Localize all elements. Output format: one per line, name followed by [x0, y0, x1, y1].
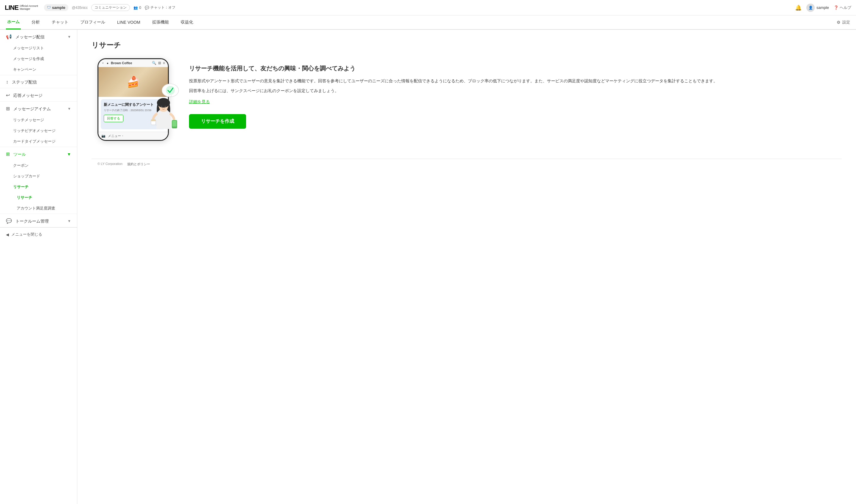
- svg-rect-11: [151, 120, 156, 121]
- close-menu-label: メニューを閉じる: [11, 232, 42, 237]
- sidebar-message-items-header[interactable]: ⊞ メッセージアイテム ▼: [0, 102, 77, 115]
- feature-body-1: 投票形式やアンケート形式でユーザーの意見を集計できる機能です。回答を参考にしてユ…: [189, 77, 842, 85]
- sidebar: 📢 メッセージ配信 ▼ メッセージリスト メッセージを作成 キャンペーン ↕ ス…: [0, 30, 77, 504]
- settings-nav[interactable]: ⚙ 設定: [837, 20, 850, 25]
- user-name: sample: [817, 5, 829, 10]
- feature-description: リサーチ機能を活用して、友だちの興味・関心を調べてみよう 投票形式やアンケート形…: [189, 58, 842, 129]
- copyright: © LY Corporation: [97, 162, 122, 166]
- sidebar-section-message-delivery: 📢 メッセージ配信 ▼ メッセージリスト メッセージを作成 キャンペーン: [0, 30, 77, 75]
- sidebar-section-tools: ⊞ ツール ▼ クーポン ショップカード リサーチ リサーチ アカウント満足度調…: [0, 147, 77, 214]
- nav-profile[interactable]: プロフィール: [79, 15, 106, 30]
- search-icon: 🔍: [152, 61, 156, 65]
- plus-icon: ⊞: [6, 106, 10, 111]
- auto-reply-label: 応答メッセージ: [13, 93, 42, 98]
- nav-bar: ホーム 分析 チャット プロフィール LINE VOOM 拡張機能 収益化 ⚙ …: [0, 16, 856, 30]
- logo-subtitle: Official AccountManager: [20, 5, 38, 11]
- sidebar-section-step-delivery: ↕ ステップ配信: [0, 75, 77, 88]
- broadcast-icon: 📢: [6, 34, 12, 39]
- help-link[interactable]: ❓ ヘルプ: [834, 5, 851, 11]
- chat-icon: 💬: [145, 6, 149, 10]
- help-label: ヘルプ: [840, 5, 851, 11]
- footer: © LY Corporation 規約とポリシー: [92, 159, 842, 169]
- phone-bottom-label: メニュー・: [108, 134, 124, 138]
- chat-status: チャット：オフ: [150, 5, 175, 10]
- sidebar-tools-header[interactable]: ⊞ ツール ▼: [0, 147, 77, 160]
- sidebar-item-research[interactable]: リサーチ: [0, 182, 77, 192]
- feature-heading: リサーチ機能を活用して、友だちの興味・関心を調べてみよう: [189, 64, 842, 73]
- terms-link[interactable]: 規約とポリシー: [127, 162, 150, 166]
- reply-icon: ↩: [6, 93, 10, 98]
- sidebar-item-card-type[interactable]: カードタイプメッセージ: [0, 136, 77, 147]
- nav-home[interactable]: ホーム: [6, 15, 21, 30]
- account-badge[interactable]: 🛡 sample: [44, 4, 68, 11]
- woman-illustration: [142, 82, 181, 141]
- phone-store-name: Brown Coffee: [111, 61, 132, 65]
- line-logo: LINE: [5, 4, 18, 12]
- sidebar-step-delivery-header[interactable]: ↕ ステップ配信: [0, 75, 77, 88]
- sidebar-item-satisfaction[interactable]: アカウント満足度調査: [0, 203, 77, 214]
- avatar: 👤: [806, 3, 815, 12]
- settings-label: 設定: [842, 20, 850, 25]
- sidebar-item-rich-message[interactable]: リッチメッセージ: [0, 115, 77, 125]
- step-icon: ↕: [6, 79, 8, 84]
- phone-answer-button[interactable]: 回答する: [104, 115, 123, 122]
- phone-sticker-icon: 📷: [101, 134, 106, 138]
- sidebar-item-message-list[interactable]: メッセージリスト: [0, 43, 77, 54]
- logo-area: LINE Official AccountManager: [5, 4, 38, 12]
- phone-top-icons: 🔍 ⊞ ≡: [152, 61, 165, 65]
- sidebar-item-shopcard[interactable]: ショップカード: [0, 171, 77, 182]
- sidebar-item-campaign[interactable]: キャンペーン: [0, 64, 77, 75]
- close-menu-button[interactable]: ◀ メニューを閉じる: [0, 227, 77, 241]
- sidebar-talkroom-header[interactable]: 💬 トークルーム管理 ▼: [0, 214, 77, 227]
- tools-icon: ⊞: [6, 151, 10, 157]
- step-delivery-label: ステップ配信: [12, 79, 37, 84]
- chat-badge: 💬 チャット：オフ: [145, 5, 175, 10]
- chevron-down-icon-3: ▼: [67, 152, 71, 157]
- sidebar-item-create-message[interactable]: メッセージを作成: [0, 54, 77, 64]
- shield-icon: 🛡: [47, 5, 51, 10]
- sidebar-item-coupon[interactable]: クーポン: [0, 160, 77, 171]
- sidebar-item-rich-video[interactable]: リッチビデオメッセージ: [0, 125, 77, 136]
- nav-extensions[interactable]: 拡張機能: [151, 15, 170, 30]
- user-area[interactable]: 👤 sample: [806, 3, 829, 12]
- chevron-down-icon: ▼: [68, 35, 71, 39]
- question-icon: ❓: [834, 5, 838, 10]
- top-bar: LINE Official AccountManager 🛡 sample @4…: [0, 0, 856, 16]
- svg-point-6: [161, 106, 162, 107]
- sidebar-section-talkroom: 💬 トークルーム管理 ▼: [0, 214, 77, 227]
- account-id: @435nicc: [72, 6, 88, 10]
- account-name: sample: [52, 5, 65, 10]
- message-delivery-label: メッセージ配信: [16, 35, 44, 39]
- svg-rect-3: [156, 111, 171, 129]
- sidebar-section-message-items: ⊞ メッセージアイテム ▼ リッチメッセージ リッチビデオメッセージ カードタイ…: [0, 102, 77, 147]
- nav-monetization[interactable]: 収益化: [179, 15, 194, 30]
- svg-rect-9: [173, 121, 177, 127]
- friends-count: 0: [139, 6, 141, 10]
- chevron-down-icon-4: ▼: [68, 219, 71, 223]
- feature-body-2: 回答率を上げるには、サンクスページにお礼のクーポンを設定してみましょう。: [189, 87, 842, 94]
- detail-link[interactable]: 詳細を見る: [189, 99, 210, 105]
- left-arrow-icon: ◀: [6, 232, 9, 237]
- friends-icon: 👥: [133, 6, 138, 10]
- phone-statusbar: ＜ ● Brown Coffee 🔍 ⊞ ≡: [99, 59, 168, 67]
- svg-point-1: [166, 86, 175, 95]
- svg-point-7: [165, 106, 166, 107]
- message-items-label: メッセージアイテム: [13, 106, 51, 111]
- sidebar-message-delivery-header[interactable]: 📢 メッセージ配信 ▼: [0, 30, 77, 43]
- comm-badge: コミュニケーション: [91, 4, 130, 11]
- sidebar-auto-reply-header[interactable]: ↩ 応答メッセージ: [0, 88, 77, 101]
- more-icon: ≡: [163, 61, 165, 65]
- main-layout: 📢 メッセージ配信 ▼ メッセージリスト メッセージを作成 キャンペーン ↕ ス…: [0, 30, 856, 504]
- talkroom-icon: 💬: [6, 218, 12, 223]
- tools-label: ツール: [13, 152, 26, 157]
- nav-analytics[interactable]: 分析: [30, 15, 41, 30]
- nav-linevoom[interactable]: LINE VOOM: [116, 15, 141, 30]
- sidebar-item-research-sub[interactable]: リサーチ: [0, 192, 77, 203]
- gear-icon: ⚙: [837, 20, 840, 25]
- talkroom-label: トークルーム管理: [16, 219, 49, 223]
- svg-point-5: [157, 98, 170, 108]
- bell-icon[interactable]: 🔔: [795, 4, 802, 11]
- feature-card: ＜ ● Brown Coffee 🔍 ⊞ ≡ 新メニュ: [92, 58, 842, 141]
- nav-chat[interactable]: チャット: [51, 15, 70, 30]
- create-research-button[interactable]: リサーチを作成: [189, 114, 246, 129]
